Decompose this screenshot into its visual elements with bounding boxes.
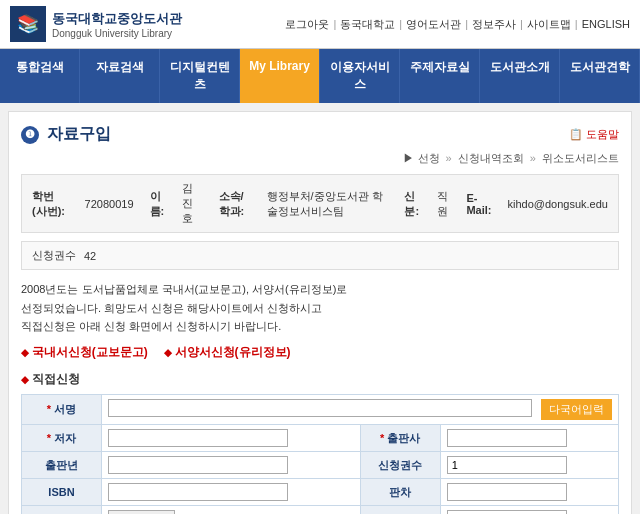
sitemap-link[interactable]: 사이트맵 [527,17,571,32]
user-info-bar: 학번 (사번): 72080019 이름: 김진호 소속/학과: 행정부처/중앙… [21,174,619,233]
nav-materials[interactable]: 자료검색 [80,49,160,103]
logo-en: Dongguk University Library [52,28,182,39]
isbn-value-cell [102,479,361,506]
help-label: 도움말 [586,128,619,140]
count-input[interactable] [447,456,567,474]
nav-subject[interactable]: 주제자료실 [400,49,480,103]
form-section-title: 직접신청 [21,371,619,388]
nav-user-services[interactable]: 이용자서비스 [320,49,400,103]
logout-link[interactable]: 로그아웃 [285,17,329,32]
logo-image: 📚 [10,6,46,42]
status-label: 신분: [404,189,420,219]
domestic-link[interactable]: 국내서신청(교보문고) [21,344,148,361]
pubyear-label: 출판년 [22,452,102,479]
author-input[interactable] [108,429,288,447]
form-row-author-publisher: 저자 출판사 [22,425,619,452]
info-link[interactable]: 정보주사 [472,17,516,32]
dongguk-link[interactable]: 동국대학교 [340,17,395,32]
page-title-text: 자료구입 [47,124,111,145]
form-row-title: 서명 다국어입력 [22,395,619,425]
form-row-isbn-edition: ISBN 판차 [22,479,619,506]
edition-value-cell [440,479,618,506]
info-text: 2008년도는 도서납품업체로 국내서(교보문고), 서양서(유리정보)로 선정… [21,280,619,336]
nav-about[interactable]: 도서관소개 [480,49,560,103]
multi-search-button[interactable]: 다국어입력 [541,399,612,420]
status-value: 직원 [437,189,451,219]
logo: 📚 동국대학교중앙도서관 Dongguk University Library [10,6,182,42]
author-label: 저자 [22,425,102,452]
breadcrumb-step2[interactable]: 신청내역조회 [458,152,524,164]
name-value: 김진호 [182,181,203,226]
foreign-link[interactable]: 서양서신청(유리정보) [164,344,291,361]
help-link[interactable]: 📋 도움말 [569,127,619,142]
pubyear-value-cell [102,452,361,479]
student-id-label: 학번 (사번): [32,189,69,219]
pubyear-input[interactable] [108,456,288,474]
help-icon: 📋 [569,128,583,140]
stats-label: 신청권수 [32,248,76,263]
english-link[interactable]: ENGLISH [582,18,630,30]
edition-input[interactable] [447,483,567,501]
logo-text: 동국대학교중앙도서관 Dongguk University Library [52,10,182,39]
email-value: kihdo@dongsuk.edu [508,198,608,210]
dept-label: 소속/학과: [219,189,251,219]
author-value-cell [102,425,361,452]
currency-value-cell: ₩(원화) USD EUR JPY [102,506,361,514]
price-value-cell [440,506,618,514]
publisher-label: 출판사 [360,425,440,452]
form-row-pubyear-count: 출판년 신청권수 [22,452,619,479]
links-row: 국내서신청(교보문고) 서양서신청(유리정보) [21,344,619,361]
title-value-cell: 다국어입력 [102,395,619,425]
breadcrumb-step1[interactable]: 선청 [418,152,440,164]
nav-digital[interactable]: 디지털컨텐츠 [160,49,240,103]
stats-row: 신청권수 42 [21,241,619,270]
title-label: 서명 [22,395,102,425]
publisher-input[interactable] [447,429,567,447]
stats-value: 42 [84,250,96,262]
header: 📚 동국대학교중앙도서관 Dongguk University Library … [0,0,640,49]
isbn-label: ISBN [22,479,102,506]
form-row-currency-price: 화폐단위 ₩(원화) USD EUR JPY 가격 [22,506,619,514]
currency-label: 화폐단위 [22,506,102,514]
price-input[interactable] [447,510,567,514]
currency-select[interactable]: ₩(원화) USD EUR JPY [108,510,175,514]
logo-ko: 동국대학교중앙도서관 [52,10,182,28]
main-content: ❶ 자료구입 📋 도움말 ▶ 선청 » 신청내역조회 » 위소도서리스트 학번 … [8,111,632,514]
publisher-value-cell [440,425,618,452]
nav-tour[interactable]: 도서관견학 [560,49,640,103]
count-label: 신청권수 [360,452,440,479]
name-label: 이름: [150,189,166,219]
nav-my-library[interactable]: My Library [240,49,320,103]
page-title-row: ❶ 자료구입 📋 도움말 [21,124,619,145]
logo-icon: 📚 [17,13,39,35]
page-title: ❶ 자료구입 [21,124,111,145]
price-label: 가격 [360,506,440,514]
breadcrumb: ▶ 선청 » 신청내역조회 » 위소도서리스트 [21,151,619,166]
count-value-cell [440,452,618,479]
isbn-input[interactable] [108,483,288,501]
main-nav: 통합검색 자료검색 디지털컨텐츠 My Library 이용자서비스 주제자료실… [0,49,640,103]
request-form: 서명 다국어입력 저자 출판사 출판년 [21,394,619,514]
student-id-value: 72080019 [85,198,134,210]
english-library-link[interactable]: 영어도서관 [406,17,461,32]
title-input[interactable] [108,399,532,417]
dept-value: 행정부처/중앙도서관 학술정보서비스팀 [267,189,389,219]
edition-label: 판차 [360,479,440,506]
page-icon: ❶ [21,126,39,144]
header-links: 로그아웃 | 동국대학교 | 영어도서관 | 정보주사 | 사이트맵 | ENG… [285,17,630,32]
email-label: E-Mail: [466,192,491,216]
breadcrumb-step3[interactable]: 위소도서리스트 [542,152,619,164]
nav-search-all[interactable]: 통합검색 [0,49,80,103]
